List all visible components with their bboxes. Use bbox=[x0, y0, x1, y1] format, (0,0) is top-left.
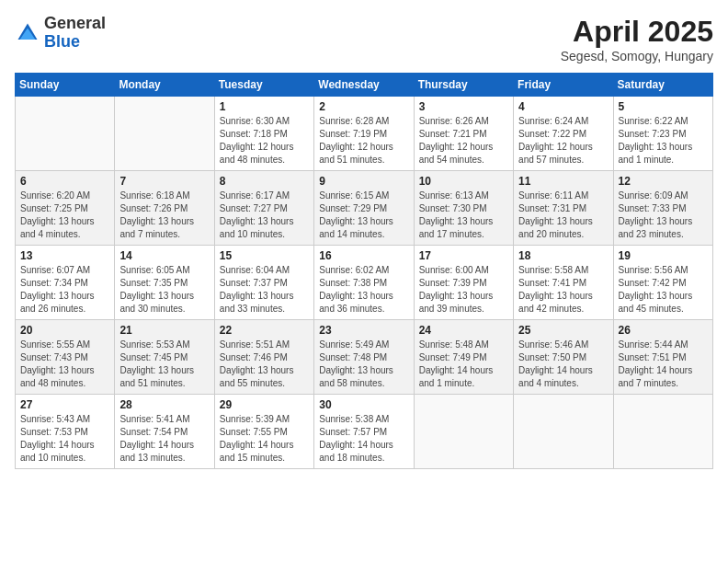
day-number: 17 bbox=[419, 249, 508, 262]
day-info: Sunrise: 6:20 AM Sunset: 7:25 PM Dayligh… bbox=[20, 190, 109, 241]
day-number: 4 bbox=[518, 100, 608, 113]
day-number: 5 bbox=[619, 100, 708, 113]
day-number: 1 bbox=[220, 100, 309, 113]
day-info: Sunrise: 6:18 AM Sunset: 7:26 PM Dayligh… bbox=[119, 190, 209, 241]
weekday-header: Thursday bbox=[414, 74, 513, 97]
day-number: 13 bbox=[20, 249, 109, 262]
calendar-cell: 13Sunrise: 6:07 AM Sunset: 7:34 PM Dayli… bbox=[16, 246, 115, 320]
day-number: 15 bbox=[220, 249, 309, 262]
day-info: Sunrise: 6:22 AM Sunset: 7:23 PM Dayligh… bbox=[619, 115, 708, 167]
calendar-cell: 20Sunrise: 5:55 AM Sunset: 7:43 PM Dayli… bbox=[16, 320, 115, 395]
day-number: 18 bbox=[518, 249, 608, 262]
calendar-week-row: 20Sunrise: 5:55 AM Sunset: 7:43 PM Dayli… bbox=[16, 320, 713, 395]
day-info: Sunrise: 5:56 AM Sunset: 7:42 PM Dayligh… bbox=[619, 264, 708, 316]
day-info: Sunrise: 5:43 AM Sunset: 7:53 PM Dayligh… bbox=[20, 413, 109, 465]
calendar-cell bbox=[16, 97, 115, 171]
day-number: 6 bbox=[20, 175, 109, 188]
weekday-header: Sunday bbox=[16, 74, 115, 97]
day-number: 12 bbox=[619, 175, 708, 188]
day-number: 28 bbox=[119, 398, 209, 411]
day-info: Sunrise: 6:04 AM Sunset: 7:37 PM Dayligh… bbox=[220, 264, 309, 316]
day-number: 10 bbox=[419, 175, 508, 188]
day-number: 22 bbox=[220, 324, 309, 337]
calendar-cell: 15Sunrise: 6:04 AM Sunset: 7:37 PM Dayli… bbox=[214, 246, 313, 320]
calendar-cell: 6Sunrise: 6:20 AM Sunset: 7:25 PM Daylig… bbox=[16, 171, 115, 246]
day-info: Sunrise: 6:09 AM Sunset: 7:33 PM Dayligh… bbox=[619, 190, 708, 241]
calendar-week-row: 1Sunrise: 6:30 AM Sunset: 7:18 PM Daylig… bbox=[16, 97, 713, 171]
logo-blue-text: Blue bbox=[44, 33, 106, 52]
day-info: Sunrise: 5:58 AM Sunset: 7:41 PM Dayligh… bbox=[518, 264, 608, 316]
calendar-cell: 19Sunrise: 5:56 AM Sunset: 7:42 PM Dayli… bbox=[613, 246, 712, 320]
logo-icon bbox=[15, 20, 40, 46]
logo-general-text: General bbox=[44, 15, 106, 33]
calendar-week-row: 6Sunrise: 6:20 AM Sunset: 7:25 PM Daylig… bbox=[16, 171, 713, 246]
day-info: Sunrise: 6:07 AM Sunset: 7:34 PM Dayligh… bbox=[20, 264, 109, 316]
calendar-cell: 5Sunrise: 6:22 AM Sunset: 7:23 PM Daylig… bbox=[613, 97, 712, 171]
day-number: 27 bbox=[20, 398, 109, 411]
day-number: 16 bbox=[319, 249, 408, 262]
calendar-cell: 7Sunrise: 6:18 AM Sunset: 7:26 PM Daylig… bbox=[115, 171, 214, 246]
day-number: 7 bbox=[119, 175, 209, 188]
day-number: 21 bbox=[119, 324, 209, 337]
calendar-week-row: 27Sunrise: 5:43 AM Sunset: 7:53 PM Dayli… bbox=[16, 395, 713, 469]
logo-text: General Blue bbox=[44, 15, 106, 52]
day-info: Sunrise: 6:13 AM Sunset: 7:30 PM Dayligh… bbox=[419, 190, 508, 241]
calendar-cell: 9Sunrise: 6:15 AM Sunset: 7:29 PM Daylig… bbox=[314, 171, 414, 246]
calendar-cell: 30Sunrise: 5:38 AM Sunset: 7:57 PM Dayli… bbox=[314, 395, 414, 469]
calendar-cell: 21Sunrise: 5:53 AM Sunset: 7:45 PM Dayli… bbox=[115, 320, 214, 395]
calendar-week-row: 13Sunrise: 6:07 AM Sunset: 7:34 PM Dayli… bbox=[16, 246, 713, 320]
weekday-header: Saturday bbox=[613, 74, 712, 97]
day-info: Sunrise: 6:30 AM Sunset: 7:18 PM Dayligh… bbox=[220, 115, 309, 167]
day-info: Sunrise: 5:51 AM Sunset: 7:46 PM Dayligh… bbox=[220, 339, 309, 390]
day-info: Sunrise: 6:00 AM Sunset: 7:39 PM Dayligh… bbox=[419, 264, 508, 316]
day-number: 30 bbox=[319, 398, 408, 411]
day-info: Sunrise: 6:02 AM Sunset: 7:38 PM Dayligh… bbox=[319, 264, 408, 316]
day-info: Sunrise: 5:46 AM Sunset: 7:50 PM Dayligh… bbox=[518, 339, 608, 390]
day-number: 9 bbox=[319, 175, 408, 188]
day-info: Sunrise: 5:48 AM Sunset: 7:49 PM Dayligh… bbox=[419, 339, 508, 390]
calendar-cell bbox=[514, 395, 613, 469]
calendar-cell: 23Sunrise: 5:49 AM Sunset: 7:48 PM Dayli… bbox=[314, 320, 414, 395]
day-number: 19 bbox=[619, 249, 708, 262]
day-number: 8 bbox=[220, 175, 309, 188]
day-number: 20 bbox=[20, 324, 109, 337]
month-title: April 2025 bbox=[561, 15, 713, 49]
calendar-cell: 28Sunrise: 5:41 AM Sunset: 7:54 PM Dayli… bbox=[115, 395, 214, 469]
weekday-header: Monday bbox=[115, 74, 214, 97]
calendar-cell bbox=[115, 97, 214, 171]
day-number: 2 bbox=[319, 100, 408, 113]
calendar-cell bbox=[613, 395, 712, 469]
day-number: 3 bbox=[419, 100, 508, 113]
calendar-cell: 25Sunrise: 5:46 AM Sunset: 7:50 PM Dayli… bbox=[514, 320, 613, 395]
weekday-header: Friday bbox=[514, 74, 613, 97]
title-area: April 2025 Segesd, Somogy, Hungary bbox=[561, 15, 713, 63]
day-number: 23 bbox=[319, 324, 408, 337]
day-number: 26 bbox=[619, 324, 708, 337]
day-number: 29 bbox=[220, 398, 309, 411]
calendar-cell: 16Sunrise: 6:02 AM Sunset: 7:38 PM Dayli… bbox=[314, 246, 414, 320]
day-info: Sunrise: 5:49 AM Sunset: 7:48 PM Dayligh… bbox=[319, 339, 408, 390]
day-info: Sunrise: 6:05 AM Sunset: 7:35 PM Dayligh… bbox=[119, 264, 209, 316]
calendar-cell: 24Sunrise: 5:48 AM Sunset: 7:49 PM Dayli… bbox=[414, 320, 513, 395]
calendar-cell: 10Sunrise: 6:13 AM Sunset: 7:30 PM Dayli… bbox=[414, 171, 513, 246]
calendar-cell bbox=[414, 395, 513, 469]
calendar-cell: 18Sunrise: 5:58 AM Sunset: 7:41 PM Dayli… bbox=[514, 246, 613, 320]
day-info: Sunrise: 5:41 AM Sunset: 7:54 PM Dayligh… bbox=[119, 413, 209, 465]
day-info: Sunrise: 6:26 AM Sunset: 7:21 PM Dayligh… bbox=[419, 115, 508, 167]
calendar-cell: 26Sunrise: 5:44 AM Sunset: 7:51 PM Dayli… bbox=[613, 320, 712, 395]
day-number: 14 bbox=[119, 249, 209, 262]
header: General Blue April 2025 Segesd, Somogy, … bbox=[15, 15, 713, 63]
day-info: Sunrise: 5:39 AM Sunset: 7:55 PM Dayligh… bbox=[220, 413, 309, 465]
day-number: 11 bbox=[518, 175, 608, 188]
calendar-cell: 27Sunrise: 5:43 AM Sunset: 7:53 PM Dayli… bbox=[16, 395, 115, 469]
day-info: Sunrise: 5:44 AM Sunset: 7:51 PM Dayligh… bbox=[619, 339, 708, 390]
logo: General Blue bbox=[15, 15, 106, 52]
calendar-cell: 22Sunrise: 5:51 AM Sunset: 7:46 PM Dayli… bbox=[214, 320, 313, 395]
day-info: Sunrise: 5:55 AM Sunset: 7:43 PM Dayligh… bbox=[20, 339, 109, 390]
calendar-cell: 3Sunrise: 6:26 AM Sunset: 7:21 PM Daylig… bbox=[414, 97, 513, 171]
day-number: 25 bbox=[518, 324, 608, 337]
day-info: Sunrise: 6:17 AM Sunset: 7:27 PM Dayligh… bbox=[220, 190, 309, 241]
calendar-cell: 14Sunrise: 6:05 AM Sunset: 7:35 PM Dayli… bbox=[115, 246, 214, 320]
calendar: SundayMondayTuesdayWednesdayThursdayFrid… bbox=[15, 73, 713, 469]
weekday-header: Tuesday bbox=[214, 74, 313, 97]
